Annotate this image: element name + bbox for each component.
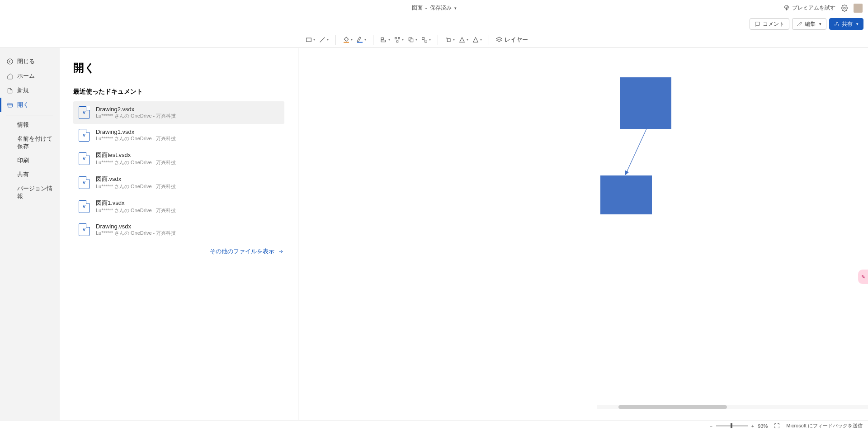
visio-file-icon: V <box>79 152 90 165</box>
nav-divider <box>6 115 53 115</box>
svg-rect-3 <box>357 42 363 43</box>
doc-row[interactable]: V 図面.vsdx Lu****** さんの OneDrive - 万兴科技 <box>73 171 284 194</box>
svg-rect-6 <box>395 37 396 38</box>
drawing-canvas[interactable] <box>298 48 868 420</box>
doc-path: Lu****** さんの OneDrive - 万兴科技 <box>96 159 176 166</box>
fill-color-button[interactable]: ▾ <box>341 33 354 46</box>
shape-rectangle-1[interactable] <box>620 77 671 129</box>
nav-shared[interactable]: 共有 <box>0 168 60 182</box>
diamond-icon <box>783 5 790 11</box>
doc-row[interactable]: V 図面1.vsdx Lu****** さんの OneDrive - 万兴科技 <box>73 194 284 218</box>
doc-name: 図面 <box>412 4 423 12</box>
back-arrow-icon <box>6 58 14 65</box>
share-label: 共有 <box>842 20 853 28</box>
align-button[interactable]: ▾ <box>379 33 392 46</box>
doc-name: Drawing1.vsdx <box>96 128 176 135</box>
scrollbar-thumb[interactable] <box>618 405 727 409</box>
nav-info[interactable]: 情報 <box>0 118 60 132</box>
fit-to-window-button[interactable] <box>774 423 780 429</box>
nav-shared-label: 共有 <box>17 171 29 179</box>
doc-row[interactable]: V Drawing1.vsdx Lu****** さんの OneDrive - … <box>73 124 284 147</box>
svg-rect-10 <box>410 39 413 42</box>
nav-home-label: ホーム <box>17 72 35 80</box>
svg-rect-1 <box>307 38 311 42</box>
visio-file-icon: V <box>79 200 90 213</box>
group-button[interactable]: ▾ <box>420 33 432 46</box>
shape-rectangle-2[interactable] <box>600 175 652 214</box>
nav-version[interactable]: バージョン情報 <box>0 182 60 204</box>
svg-rect-4 <box>381 38 383 39</box>
doc-name: 図面.vsdx <box>96 175 176 183</box>
backstage-main: 開く 最近使ったドキュメント V Drawing2.vsdx Lu****** … <box>60 48 298 420</box>
doc-name: 図面test.vsdx <box>96 151 176 159</box>
visio-file-icon: V <box>79 106 90 119</box>
svg-rect-12 <box>425 40 427 42</box>
nav-saveas[interactable]: 名前を付けて保存 <box>0 132 60 154</box>
comment-button[interactable]: コメント <box>750 18 789 30</box>
svg-rect-11 <box>422 37 425 39</box>
bring-front-button[interactable]: ▾ <box>406 33 419 46</box>
doc-row[interactable]: V 図面test.vsdx Lu****** さんの OneDrive - 万兴… <box>73 147 284 171</box>
recent-doc-list: V Drawing2.vsdx Lu****** さんの OneDrive - … <box>73 101 284 241</box>
separator <box>373 35 373 45</box>
svg-rect-2 <box>344 42 349 43</box>
folder-open-icon <box>6 102 14 109</box>
zoom-slider-thumb[interactable] <box>731 423 732 428</box>
doc-path: Lu****** さんの OneDrive - 万兴科技 <box>96 135 176 142</box>
nav-new[interactable]: 新規 <box>0 83 60 98</box>
zoom-out-button[interactable]: − <box>709 423 712 429</box>
comment-label: コメント <box>763 20 784 28</box>
nav-open-label: 開く <box>17 101 29 109</box>
shape-rect-button[interactable]: ▾ <box>304 33 316 46</box>
chevron-down-icon: ▾ <box>327 38 329 42</box>
text-direction-button[interactable]: ▾ <box>471 33 483 46</box>
backstage-panel: 閉じる ホーム 新規 開く 情報 <box>0 48 298 420</box>
visio-file-icon: V <box>79 176 90 189</box>
zoom-in-button[interactable]: + <box>751 423 754 429</box>
saved-state: 保存済み <box>430 4 452 12</box>
nav-print-label: 印刷 <box>17 157 29 165</box>
rotate-button[interactable]: ▾ <box>443 33 456 46</box>
line-color-button[interactable]: ▾ <box>355 33 368 46</box>
nav-saveas-label: 名前を付けて保存 <box>17 135 53 151</box>
svg-rect-7 <box>398 37 400 38</box>
share-button[interactable]: 共有 <box>829 18 863 30</box>
share-icon <box>834 21 840 27</box>
flip-button[interactable]: ▾ <box>457 33 470 46</box>
feedback-link[interactable]: Microsoft にフィードバックを送信 <box>786 422 863 429</box>
nav-open[interactable]: 開く <box>0 98 60 112</box>
title-bar: 図面 - 保存済み ▾ プレミアムを試す <box>0 0 868 16</box>
settings-button[interactable] <box>841 5 848 12</box>
horizontal-scrollbar[interactable] <box>597 405 868 409</box>
chevron-down-icon: ▾ <box>313 38 315 42</box>
try-premium-button[interactable]: プレミアムを試す <box>783 4 835 12</box>
visio-file-icon: V <box>79 223 90 236</box>
chevron-down-icon: ▾ <box>364 38 366 42</box>
svg-point-0 <box>844 7 845 9</box>
comment-icon <box>755 21 760 27</box>
line-button[interactable]: ▾ <box>317 33 330 46</box>
doc-name: Drawing2.vsdx <box>96 106 176 113</box>
show-more-files[interactable]: その他のファイルを表示 <box>210 247 284 256</box>
visio-file-icon: V <box>79 129 90 142</box>
chevron-down-icon: ▾ <box>402 38 404 42</box>
zoom-slider[interactable] <box>716 425 748 426</box>
document-title[interactable]: 図面 - 保存済み ▾ <box>412 4 457 12</box>
helper-tab[interactable]: ✎ <box>858 270 868 284</box>
separator <box>489 35 489 45</box>
user-avatar[interactable] <box>854 4 863 13</box>
chevron-down-icon: ▾ <box>415 38 417 42</box>
backstage-title: 開く <box>73 61 284 75</box>
distribute-button[interactable]: ▾ <box>392 33 405 46</box>
chevron-down-icon: ▾ <box>351 38 353 42</box>
doc-row[interactable]: V Drawing2.vsdx Lu****** さんの OneDrive - … <box>73 101 284 124</box>
doc-row[interactable]: V Drawing.vsdx Lu****** さんの OneDrive - 万… <box>73 218 284 241</box>
layer-button[interactable]: レイヤー <box>493 36 531 44</box>
separator <box>438 35 438 45</box>
nav-home[interactable]: ホーム <box>0 69 60 83</box>
edit-button[interactable]: 編集 <box>792 18 826 30</box>
nav-print[interactable]: 印刷 <box>0 154 60 168</box>
nav-close[interactable]: 閉じる <box>0 54 60 69</box>
connector-arrow[interactable] <box>624 129 650 176</box>
content-area: 閉じる ホーム 新規 開く 情報 <box>0 48 868 420</box>
